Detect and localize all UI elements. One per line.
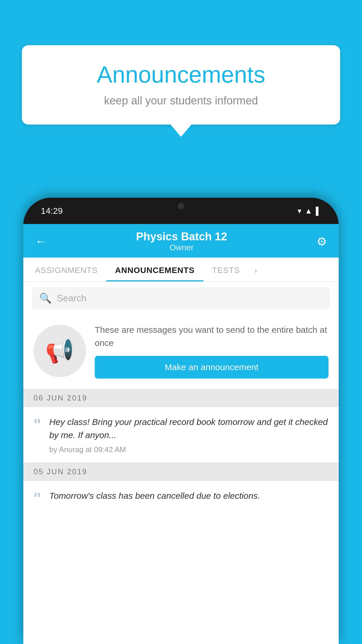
quote-icon-1: " xyxy=(34,417,41,433)
header-title-block: Physics Batch 12 Owner xyxy=(136,230,227,252)
tab-more[interactable]: › xyxy=(249,258,263,281)
search-icon: 🔍 xyxy=(39,292,52,304)
promo-description: These are messages you want to send to t… xyxy=(95,323,328,349)
app-header: ← Physics Batch 12 Owner ⚙ xyxy=(23,224,339,258)
date-label-2: 05 JUN 2019 xyxy=(34,467,87,476)
settings-button[interactable]: ⚙ xyxy=(317,235,327,248)
tab-assignments[interactable]: ASSIGNMENTS xyxy=(26,258,106,281)
date-label-1: 06 JUN 2019 xyxy=(34,393,87,402)
notch xyxy=(155,198,207,214)
tabs-bar: ASSIGNMENTS ANNOUNCEMENTS TESTS › xyxy=(23,258,339,282)
back-button[interactable]: ← xyxy=(35,235,47,248)
megaphone-icon: 📢 xyxy=(45,337,74,365)
message-text-1: Hey class! Bring your practical record b… xyxy=(49,415,328,442)
announcement-item-2[interactable]: " Tomorrow's class has been cancelled du… xyxy=(23,481,339,515)
announcement-item-1[interactable]: " Hey class! Bring your practical record… xyxy=(23,407,339,463)
promo-block: 📢 These are messages you want to send to… xyxy=(23,314,339,389)
speech-bubble-tail xyxy=(171,125,191,137)
status-time: 14:29 xyxy=(41,206,63,216)
wifi-icon: ▾ xyxy=(298,206,301,216)
date-separator-1: 06 JUN 2019 xyxy=(23,389,339,407)
camera xyxy=(178,203,184,209)
quote-icon-2: " xyxy=(34,491,41,507)
batch-title: Physics Batch 12 xyxy=(136,230,227,243)
phone-screen: ← Physics Batch 12 Owner ⚙ ASSIGNMENTS A… xyxy=(23,224,339,644)
promo-right: These are messages you want to send to t… xyxy=(95,323,328,379)
date-separator-2: 05 JUN 2019 xyxy=(23,463,339,481)
message-content-1: Hey class! Bring your practical record b… xyxy=(49,415,328,454)
message-text-2: Tomorrow's class has been cancelled due … xyxy=(49,489,328,502)
status-icons: ▾ ▲ ▌ xyxy=(298,206,321,216)
tab-tests[interactable]: TESTS xyxy=(203,258,249,281)
status-bar: 14:29 ▾ ▲ ▌ xyxy=(23,198,339,224)
message-meta-1: by Anurag at 09:42 AM xyxy=(49,445,328,454)
search-container: 🔍 Search xyxy=(23,282,339,314)
tab-announcements[interactable]: ANNOUNCEMENTS xyxy=(106,258,203,281)
make-announcement-button[interactable]: Make an announcement xyxy=(95,356,328,379)
battery-icon: ▌ xyxy=(316,206,321,216)
message-content-2: Tomorrow's class has been cancelled due … xyxy=(49,489,328,502)
phone-frame: 14:29 ▾ ▲ ▌ ← Physics Batch 12 Owner ⚙ A… xyxy=(23,198,339,644)
speech-bubble: Announcements keep all your students inf… xyxy=(22,45,340,125)
speech-bubble-section: Announcements keep all your students inf… xyxy=(22,45,340,137)
promo-icon-circle: 📢 xyxy=(34,325,86,377)
batch-role: Owner xyxy=(136,243,227,252)
bubble-title: Announcements xyxy=(42,61,320,88)
search-placeholder: Search xyxy=(57,293,86,304)
signal-icon: ▲ xyxy=(305,206,312,216)
bubble-subtitle: keep all your students informed xyxy=(42,94,320,107)
search-bar[interactable]: 🔍 Search xyxy=(32,287,330,309)
